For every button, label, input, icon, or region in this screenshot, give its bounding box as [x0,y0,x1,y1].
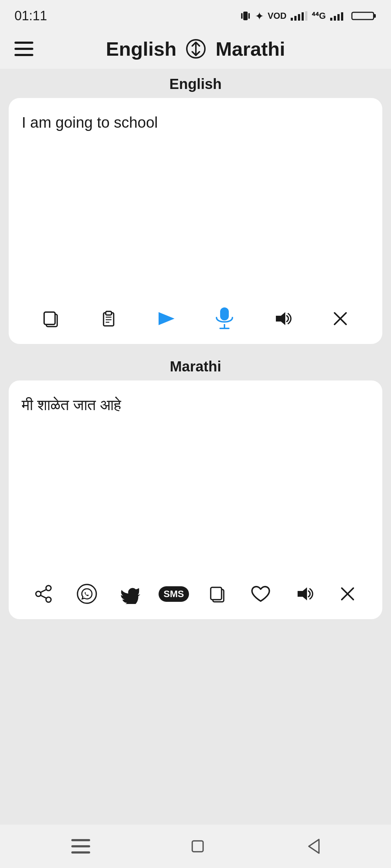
svg-rect-14 [14,42,33,44]
svg-rect-47 [192,841,203,852]
svg-rect-0 [241,13,243,19]
network-icon: VOD [268,11,286,21]
svg-rect-22 [106,311,112,315]
status-bar: 01:11 ✦ VOD ⁴⁴G [0,0,391,29]
svg-rect-9 [334,16,336,21]
signal-bars2-icon [329,10,348,21]
svg-rect-2 [248,13,250,19]
target-output-card: मी शाळेत जात आहे [9,380,382,619]
svg-rect-8 [330,18,332,21]
nav-home-button[interactable] [189,838,206,855]
section-gap [0,344,391,351]
top-bar: English Marathi [0,29,391,69]
svg-rect-15 [14,48,33,50]
favorite-button[interactable] [246,579,275,608]
svg-rect-10 [337,14,340,21]
svg-rect-7 [305,11,307,21]
source-input-card: I am going to school [9,98,382,344]
battery-icon [351,10,377,22]
clear-target-button[interactable] [333,579,362,608]
copy-target-button[interactable] [203,579,232,608]
paste-button[interactable] [94,304,123,333]
svg-marker-26 [159,312,175,325]
svg-rect-6 [302,12,304,21]
twitter-button[interactable] [116,579,145,608]
whatsapp-button[interactable] [72,579,101,608]
svg-rect-4 [294,16,297,21]
copy-source-button[interactable] [36,304,65,333]
signal-bars-icon [290,10,308,21]
svg-rect-12 [352,12,374,20]
clear-source-button[interactable] [326,304,355,333]
status-time: 01:11 [14,8,47,24]
svg-marker-30 [276,312,285,325]
svg-line-36 [41,590,46,592]
bluetooth-icon: ✦ [255,10,264,22]
status-icons: ✦ VOD ⁴⁴G [240,10,377,22]
svg-rect-16 [14,54,33,56]
speaker-source-button[interactable] [268,304,297,333]
svg-marker-48 [309,839,319,853]
target-action-row: SMS [22,571,369,608]
sms-label[interactable]: SMS [159,586,189,602]
svg-rect-11 [341,12,343,21]
source-section-label: English [0,69,391,98]
svg-rect-20 [44,312,55,324]
target-text: मी शाळेत जात आहे [22,393,369,571]
svg-rect-3 [291,18,293,21]
translate-button[interactable] [152,304,181,333]
svg-rect-46 [71,851,90,854]
nav-back-button[interactable] [305,838,320,855]
svg-rect-45 [71,845,90,847]
svg-marker-41 [298,587,307,600]
svg-rect-5 [298,14,300,21]
vibrate-icon [240,10,251,22]
target-section-label: Marathi [0,351,391,380]
svg-line-37 [41,595,46,598]
svg-rect-27 [220,307,229,320]
sms-button[interactable]: SMS [159,579,188,608]
svg-rect-1 [243,12,248,20]
bottom-nav [0,825,391,868]
speaker-target-button[interactable] [290,579,319,608]
source-language-label[interactable]: English [106,38,176,60]
target-language-label[interactable]: Marathi [215,38,285,60]
4g-icon: ⁴⁴G [312,11,326,21]
svg-rect-44 [71,839,90,841]
nav-menu-button[interactable] [71,839,90,854]
source-text[interactable]: I am going to school [22,111,369,295]
menu-icon[interactable] [14,42,33,56]
svg-rect-13 [374,14,376,18]
source-action-row [22,295,369,333]
share-button[interactable] [29,579,58,608]
svg-point-38 [77,584,96,603]
svg-rect-40 [211,587,222,600]
mic-button[interactable] [210,304,239,333]
swap-languages-icon[interactable] [185,38,207,60]
language-pair: English Marathi [106,38,285,60]
